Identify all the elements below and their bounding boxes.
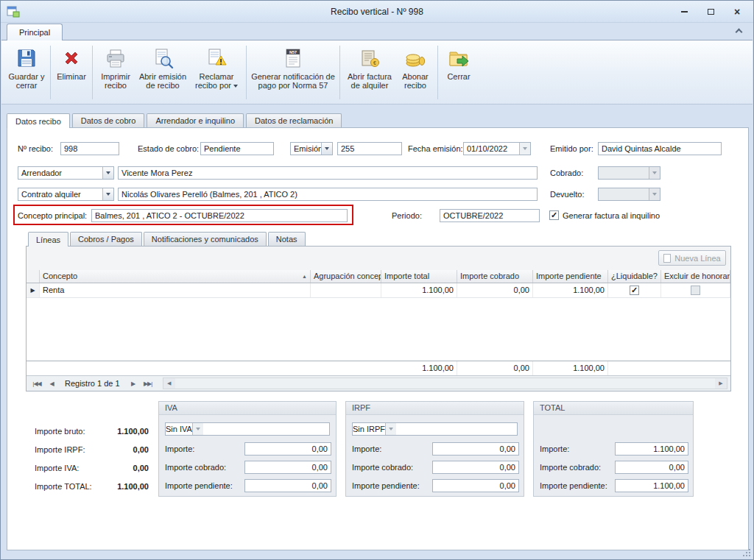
open-receipt-emission-button[interactable]: Abrir emisión de recibo [135, 44, 190, 90]
total-importe-pendiente-field[interactable]: 1.100,00 [615, 479, 688, 492]
button-label: Guardar y cerrar [9, 72, 45, 90]
printer-icon [104, 46, 127, 70]
chevron-down-icon [106, 193, 110, 196]
tab-datos-reclamacion[interactable]: Datos de reclamación [246, 113, 342, 127]
emitido-por-field[interactable]: David Quintas Alcalde [598, 142, 722, 155]
tab-datos-recibo[interactable]: Datos recibo [7, 113, 70, 128]
iva-importe-pendiente-label: Importe pendiente: [165, 479, 233, 492]
irpf-importe-cobrado-field[interactable]: 0,00 [432, 461, 519, 474]
periodo-field[interactable]: OCTUBRE/2022 [440, 209, 540, 222]
fecha-emision-dropdown-button[interactable] [519, 143, 530, 155]
nav-last-button[interactable]: ▶▶| [141, 378, 155, 389]
toolbar-separator [50, 46, 51, 99]
column-header-importe-pendiente[interactable]: Importe pendiente [533, 270, 608, 283]
excluir-honorarios-checkbox[interactable] [691, 286, 700, 295]
collapse-ribbon-icon[interactable] [736, 29, 743, 36]
nav-first-button[interactable]: |◀◀ [29, 378, 44, 389]
cobrado-dropdown-button[interactable] [649, 167, 660, 179]
new-line-button[interactable]: Nueva Línea [658, 250, 726, 266]
num-recibo-field[interactable]: 998 [60, 142, 119, 155]
devuelto-label: Devuelto: [550, 188, 584, 201]
concepto-principal-field[interactable]: Balmes, 201 , ATICO 2 - OCTUBRE/2022 [91, 209, 348, 222]
print-receipt-button[interactable]: Imprimir recibo [96, 44, 135, 90]
total-importe-cobrado-field[interactable]: 0,00 [615, 461, 688, 474]
fecha-emision-field[interactable]: 01/10/2022 [463, 142, 531, 155]
column-header-concepto[interactable]: Concepto▲ [40, 270, 311, 283]
table-row[interactable]: ▶ Renta 1.100,00 0,00 1.100,00 ✓ [27, 283, 730, 298]
emision-combo-value: Emisión [291, 143, 321, 155]
liquidable-checkbox[interactable]: ✓ [630, 286, 639, 295]
ribbon-tab-principal[interactable]: Principal [7, 24, 63, 40]
column-label: Importe cobrado [460, 270, 519, 283]
cell-importe-total[interactable]: 1.100,00 [381, 283, 457, 297]
irpf-dropdown-button[interactable] [385, 423, 396, 435]
column-header-agrupacion[interactable]: Agrupación concepto [311, 270, 381, 283]
emision-combo[interactable]: Emisión [290, 142, 333, 155]
contrato-alquiler-field[interactable]: Nicolás Olivares Perelló (Balmes, 201 , … [118, 188, 538, 201]
detail-tabs: Líneas Cobros / Pagos Notificaciones y c… [28, 232, 307, 247]
cell-agrupacion[interactable] [311, 283, 381, 297]
tab-cobros-pagos[interactable]: Cobros / Pagos [70, 232, 142, 246]
cell-importe-pendiente[interactable]: 1.100,00 [533, 283, 608, 297]
scrollbar-track[interactable] [175, 378, 715, 389]
toolbar-separator [92, 46, 93, 99]
iva-importe-cobrado-field[interactable]: 0,00 [244, 461, 331, 474]
tab-lineas[interactable]: Líneas [28, 232, 68, 247]
total-importe-field[interactable]: 1.100,00 [615, 442, 688, 456]
devuelto-combo[interactable] [598, 188, 660, 201]
importe-bruto-label: Importe bruto: [35, 425, 85, 437]
contrato-alquiler-selector-label: Contrato alquiler [18, 188, 102, 200]
irpf-combo[interactable]: Sin IRPF [352, 422, 518, 436]
generar-factura-checkbox[interactable]: ✓ [549, 210, 559, 220]
iva-dropdown-button[interactable] [192, 423, 203, 435]
nav-next-button[interactable]: ▶ [126, 378, 141, 389]
iva-importe-pendiente-field[interactable]: 0,00 [244, 479, 331, 492]
iva-importe-field[interactable]: 0,00 [244, 442, 331, 456]
restore-button[interactable] [702, 5, 719, 18]
emision-numero-field[interactable]: 255 [337, 142, 402, 155]
save-and-close-button[interactable]: Guardar y cerrar [6, 44, 47, 90]
nav-previous-button[interactable]: ◀ [44, 378, 59, 389]
generate-norma57-notification-button[interactable]: N57 Generar notificación de pago por Nor… [250, 44, 337, 90]
cobrado-combo[interactable] [598, 166, 660, 180]
arrendador-field[interactable]: Vicente Mora Perez [118, 166, 538, 180]
close-button[interactable]: × [728, 5, 746, 18]
devuelto-dropdown-button[interactable] [649, 188, 660, 200]
tab-notificaciones[interactable]: Notificaciones y comunicados [144, 232, 267, 246]
column-header-excluir-honorarios[interactable]: Excluir de honorarios [661, 270, 730, 283]
minimize-button[interactable] [675, 5, 693, 18]
close-form-button[interactable]: Cerrar [441, 44, 476, 81]
column-header-importe-total[interactable]: Importe total [381, 270, 457, 283]
scroll-left-icon[interactable]: ◀ [163, 378, 175, 389]
tab-arrendador-inquilino[interactable]: Arrendador e inquilino [147, 113, 244, 127]
delete-button[interactable]: Eliminar [54, 44, 89, 81]
column-header-liquidable[interactable]: ¿Liquidable? [608, 270, 661, 283]
horizontal-scrollbar[interactable]: ◀ ▶ [163, 378, 727, 389]
svg-text:N57: N57 [289, 50, 297, 54]
open-rental-invoice-button[interactable]: € Abrir factura de alquiler [343, 44, 396, 90]
tab-datos-de-cobro[interactable]: Datos de cobro [72, 113, 145, 127]
cell-importe-cobrado[interactable]: 0,00 [457, 283, 533, 297]
total-importe-cobrado-label: Importe cobrado: [540, 461, 601, 474]
emision-combo-button[interactable] [321, 143, 332, 155]
iva-combo[interactable]: Sin IVA [165, 422, 330, 436]
tab-label: Datos de reclamación [255, 116, 333, 125]
tab-notas[interactable]: Notas [268, 232, 306, 246]
arrendador-dropdown-button[interactable] [102, 167, 113, 179]
cell-concepto[interactable]: Renta [40, 283, 311, 297]
irpf-importe-pendiente-field[interactable]: 0,00 [432, 479, 519, 492]
irpf-importe-field[interactable]: 0,00 [432, 442, 519, 456]
totals-excluir-cell [661, 361, 730, 375]
importe-iva-label: Importe IVA: [35, 462, 79, 474]
arrendador-selector[interactable]: Arrendador [18, 166, 114, 180]
column-header-importe-cobrado[interactable]: Importe cobrado [457, 270, 533, 283]
resize-grip[interactable] [741, 547, 750, 556]
estado-cobro-field[interactable]: Pendiente [200, 142, 274, 155]
tab-label: Cobros / Pagos [78, 235, 134, 244]
credit-receipt-button[interactable]: Abonar recibo [396, 44, 434, 90]
contrato-alquiler-dropdown-button[interactable] [102, 188, 113, 200]
claim-receipt-button[interactable]: Reclamar recibo por [190, 44, 243, 90]
scroll-right-icon[interactable]: ▶ [715, 378, 727, 389]
button-label: Generar notificación de pago por Norma 5… [251, 72, 335, 90]
contrato-alquiler-selector[interactable]: Contrato alquiler [18, 188, 114, 201]
